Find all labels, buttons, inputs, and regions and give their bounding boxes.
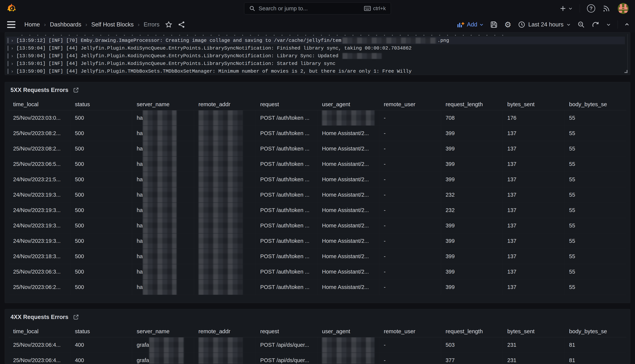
cell-server_name: ha	[132, 264, 194, 280]
breadcrumb-item-self-host-blocks[interactable]: Self Host Blocks	[92, 21, 134, 28]
redacted-block	[342, 37, 436, 44]
collapse-toolbar-caret-icon[interactable]	[624, 22, 629, 27]
cell-request_length: 399	[441, 218, 503, 234]
column-header-body_bytes_se[interactable]: body_bytes_se	[565, 326, 626, 337]
column-header-user_agent[interactable]: user_agent	[318, 326, 379, 337]
user-avatar[interactable]	[618, 3, 628, 14]
redacted-block	[198, 110, 243, 126]
time-range-picker[interactable]: Last 24 hours	[518, 21, 571, 28]
log-row[interactable]: ›[13:59:00] [INF] [44] Jellyfin.Plugin.T…	[6, 67, 625, 75]
refresh-icon[interactable]	[592, 21, 600, 28]
cell-body_bytes_se: 55	[565, 280, 626, 295]
toolbar-divider	[618, 20, 618, 29]
redacted-block	[198, 264, 243, 280]
redacted-block	[322, 110, 374, 126]
grafana-logo-icon[interactable]	[6, 3, 17, 14]
column-header-status[interactable]: status	[70, 99, 132, 110]
column-header-remote_addr[interactable]: remote_addr	[194, 326, 256, 337]
log-scrollbar[interactable]	[627, 34, 628, 73]
help-icon[interactable]: ?	[587, 4, 595, 12]
external-link-icon[interactable]	[73, 314, 79, 320]
cell-remote_user: -	[379, 264, 441, 280]
redacted-block	[198, 156, 243, 172]
share-icon[interactable]	[178, 21, 185, 28]
cell-status: 500	[70, 264, 132, 280]
log-row[interactable]: ›[13:59:01] [INF] [44] Jellyfin.Plugin.K…	[6, 60, 625, 67]
column-header-status[interactable]: status	[70, 326, 132, 337]
cell-body_bytes_se: 55	[565, 172, 626, 187]
cell-status: 500	[70, 141, 132, 156]
save-dashboard-icon[interactable]	[490, 21, 498, 28]
search-input[interactable]: Search or jump to... ctrl+k	[244, 2, 391, 14]
cell-status: 500	[70, 218, 132, 234]
column-header-body_bytes_se[interactable]: body_bytes_se	[565, 99, 626, 110]
chevron-right-icon[interactable]: ›	[12, 69, 13, 74]
log-row-partial	[18, 33, 506, 36]
log-row[interactable]: ›[13:59:04] [INF] [44] Jellyfin.Plugin.K…	[6, 44, 625, 52]
chevron-right-icon[interactable]: ›	[12, 61, 13, 66]
new-button[interactable]: +	[560, 3, 572, 14]
cell-server_name: ha	[132, 280, 194, 295]
external-link-icon[interactable]	[73, 87, 79, 93]
cell-remote_user: -	[379, 203, 441, 218]
news-rss-icon[interactable]	[602, 4, 610, 12]
redacted-block	[143, 203, 176, 218]
column-header-request[interactable]: request	[256, 99, 318, 110]
column-header-bytes_sent[interactable]: bytes_sent	[503, 99, 565, 110]
cell-status: 500	[70, 249, 132, 264]
dashboard-settings-gear-icon[interactable]: ⚙	[504, 20, 511, 29]
zoom-out-time-icon[interactable]	[578, 21, 585, 28]
log-message: [13:59:01] [INF] [44] Jellyfin.Plugin.Ko…	[16, 61, 336, 66]
column-header-remote_user[interactable]: remote_user	[379, 99, 441, 110]
cell-remote_user: -	[379, 156, 441, 172]
column-header-server_name[interactable]: server_name	[132, 99, 194, 110]
menu-toggle-icon[interactable]	[6, 20, 17, 30]
column-header-user_agent[interactable]: user_agent	[318, 99, 379, 110]
favorite-star-icon[interactable]	[165, 21, 172, 28]
redacted-block	[198, 218, 243, 234]
cell-server_name: ha	[132, 126, 194, 141]
breadcrumb-item-home[interactable]: Home	[24, 21, 40, 28]
refresh-interval-chevron-icon[interactable]	[606, 22, 611, 27]
column-header-request_length[interactable]: request_length	[441, 99, 503, 110]
add-panel-button[interactable]: Add	[457, 21, 484, 28]
chevron-right-icon[interactable]: ›	[12, 53, 13, 58]
panel-resize-handle[interactable]	[624, 70, 628, 73]
cell-bytes_sent: 137	[503, 187, 565, 203]
column-header-bytes_sent[interactable]: bytes_sent	[503, 326, 565, 337]
log-row[interactable]: ›[13:59:04] [INF] [44] Jellyfin.Plugin.K…	[6, 52, 625, 60]
cell-time_local: 24/Nov/2023:21:5...	[9, 172, 70, 187]
cell-remote_addr	[194, 353, 256, 364]
chevron-right-icon[interactable]: ›	[12, 38, 13, 43]
redacted-block	[143, 187, 176, 203]
cell-time_local: 25/Nov/2023:08:2...	[9, 126, 70, 141]
column-header-request_length[interactable]: request_length	[441, 326, 503, 337]
cell-request: POST /auth/token ...	[256, 110, 318, 126]
log-level-indicator	[8, 61, 8, 66]
cell-time_local: 25/Nov/2023:06:3...	[9, 264, 70, 280]
cell-bytes_sent: 137	[503, 280, 565, 295]
breadcrumb-item-dashboards[interactable]: Dashboards	[50, 21, 81, 28]
cell-request: POST /auth/token ...	[256, 234, 318, 249]
column-header-remote_user[interactable]: remote_user	[379, 326, 441, 337]
cell-remote_addr	[194, 110, 256, 126]
cell-request_length: 399	[441, 156, 503, 172]
cell-remote_addr	[194, 126, 256, 141]
redacted-block	[143, 249, 176, 264]
column-header-request[interactable]: request	[256, 326, 318, 337]
log-message: [13:59:00] [INF] [44] Jellyfin.Plugin.TM…	[16, 68, 412, 74]
cell-bytes_sent: 137	[503, 141, 565, 156]
column-header-time_local[interactable]: time_local	[9, 326, 70, 337]
log-level-indicator	[8, 53, 8, 58]
chevron-right-icon[interactable]: ›	[12, 46, 13, 51]
cell-remote_user: -	[379, 218, 441, 234]
breadcrumb-separator: ›	[44, 22, 46, 28]
column-header-remote_addr[interactable]: remote_addr	[194, 99, 256, 110]
column-header-time_local[interactable]: time_local	[9, 99, 70, 110]
cell-remote_addr	[194, 156, 256, 172]
cell-time_local: 24/Nov/2023:19:3...	[9, 234, 70, 249]
log-row[interactable]: ›[13:59:12] [INF] [70] Emby.Drawing.Imag…	[6, 36, 625, 44]
cell-request_length: 399	[441, 264, 503, 280]
column-header-server_name[interactable]: server_name	[132, 326, 194, 337]
cell-user_agent: Home Assistant/2...	[318, 234, 379, 249]
